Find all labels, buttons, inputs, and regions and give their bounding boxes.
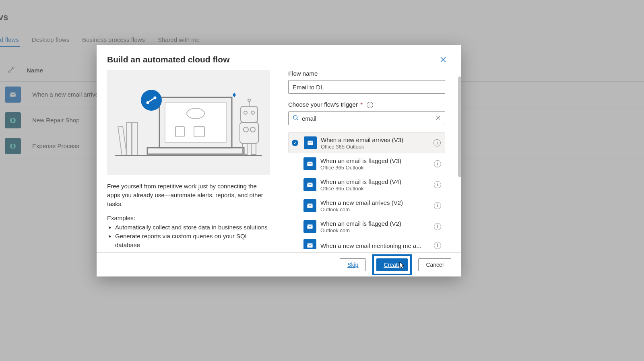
- info-icon[interactable]: i: [434, 242, 441, 249]
- trigger-connector: Office 365 Outlook: [320, 165, 430, 171]
- svg-line-32: [297, 119, 298, 120]
- close-icon[interactable]: [437, 53, 450, 66]
- svg-point-18: [154, 97, 157, 99]
- info-icon[interactable]: i: [434, 181, 441, 188]
- trigger-item[interactable]: When an email is flagged (V3) Office 365…: [288, 153, 445, 174]
- modal-description: Free yourself from repetitive work just …: [107, 182, 270, 208]
- trigger-title: When a new email arrives (V2): [320, 199, 430, 206]
- clear-search-icon[interactable]: [436, 115, 441, 122]
- illustration-image: [107, 70, 270, 175]
- outlook-connector-icon: [303, 157, 316, 170]
- trigger-title: When an email is flagged (V3): [320, 157, 430, 164]
- outlook-connector-icon: [303, 178, 316, 191]
- trigger-title: When an email is flagged (V2): [320, 220, 430, 227]
- outlook-connector-icon: [304, 136, 317, 149]
- svg-rect-35: [308, 141, 313, 145]
- trigger-connector: Outlook.com: [320, 227, 430, 233]
- svg-rect-38: [307, 204, 312, 208]
- trigger-label: Choose your flow's trigger * i: [288, 101, 449, 108]
- cancel-button[interactable]: Cancel: [418, 258, 451, 271]
- info-icon[interactable]: i: [434, 160, 441, 167]
- info-icon[interactable]: i: [433, 139, 441, 146]
- svg-point-31: [293, 116, 297, 119]
- flow-name-input[interactable]: Email to DL: [288, 80, 445, 94]
- modal-title: Build an automated cloud flow: [107, 55, 230, 64]
- trigger-connector: Office 365 Outlook: [321, 144, 429, 150]
- info-icon[interactable]: i: [434, 223, 441, 230]
- trigger-title: When a new email mentioning me a...: [320, 242, 430, 249]
- flow-name-label: Flow name: [288, 70, 449, 77]
- scrollbar[interactable]: [458, 76, 461, 177]
- trigger-item[interactable]: ✓ When a new email arrives (V3) Office 3…: [288, 132, 445, 153]
- create-button[interactable]: Create: [376, 258, 408, 271]
- trigger-connector: Outlook.com: [320, 206, 430, 212]
- checkmark-icon: ✓: [292, 140, 298, 146]
- example-item: Generate reports via custom queries on y…: [115, 232, 270, 250]
- create-button-highlight: Create: [372, 254, 412, 275]
- example-item: Automatically collect and store data in …: [115, 223, 270, 232]
- trigger-item[interactable]: When an email is flagged (V4) Office 365…: [288, 174, 445, 195]
- trigger-item[interactable]: When a new email mentioning me a... i: [288, 237, 445, 249]
- trigger-title: When a new email arrives (V3): [321, 136, 429, 143]
- required-indicator: *: [360, 101, 363, 108]
- trigger-search-input[interactable]: email: [288, 111, 445, 125]
- svg-rect-37: [307, 183, 312, 187]
- outlook-connector-icon: [303, 239, 316, 249]
- trigger-item[interactable]: When an email is flagged (V2) Outlook.co…: [288, 216, 445, 237]
- info-icon[interactable]: i: [367, 102, 373, 108]
- svg-rect-40: [307, 243, 312, 248]
- skip-button[interactable]: Skip: [340, 258, 366, 271]
- trigger-connector: Office 365 Outlook: [320, 186, 430, 192]
- examples-label: Examples:: [107, 215, 270, 221]
- trigger-item[interactable]: When a new email arrives (V2) Outlook.co…: [288, 195, 445, 216]
- svg-rect-39: [307, 225, 312, 229]
- info-icon[interactable]: i: [434, 202, 441, 209]
- search-icon: [293, 115, 299, 122]
- trigger-results-list: ✓ When a new email arrives (V3) Office 3…: [288, 132, 445, 249]
- outlook-connector-icon: [303, 220, 316, 233]
- create-flow-modal: Build an automated cloud flow: [97, 45, 461, 276]
- outlook-connector-icon: [303, 199, 316, 212]
- svg-point-17: [147, 101, 149, 104]
- svg-rect-36: [307, 162, 312, 166]
- trigger-title: When an email is flagged (V4): [320, 178, 430, 185]
